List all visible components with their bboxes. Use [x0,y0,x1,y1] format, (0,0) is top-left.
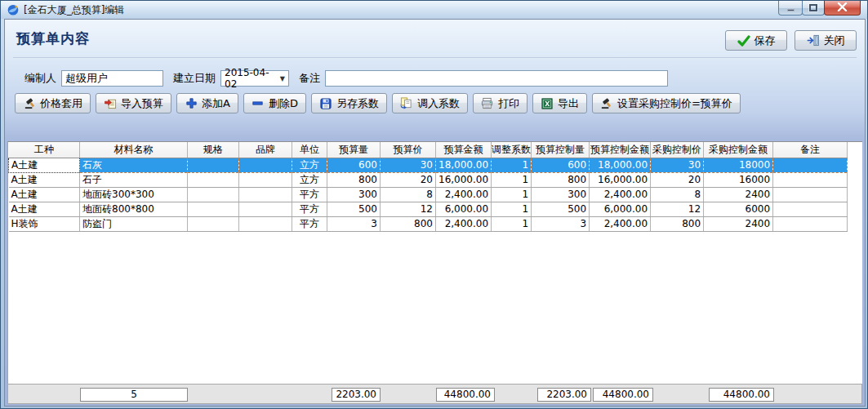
cell[interactable]: 20 [651,172,704,187]
cell[interactable]: H装饰 [9,216,80,231]
save-as-coefficient-button[interactable]: 另存系数 [311,93,387,113]
cell[interactable]: 2400 [704,216,773,231]
cell[interactable] [773,216,848,231]
cell[interactable]: 800 [651,216,704,231]
table-row[interactable]: A土建地面砖800*800平方500126,000.0015006,000.00… [9,202,848,216]
cell[interactable]: 16,000.00 [590,172,651,187]
cell[interactable] [773,202,848,216]
cell[interactable] [188,172,239,187]
cell[interactable]: 300 [532,187,590,202]
chevron-down-icon[interactable]: ▼ [277,75,288,82]
cell[interactable]: 30 [651,158,704,172]
cell[interactable]: 30 [381,158,436,172]
delete-row-button[interactable]: 删除D [243,93,306,113]
cell[interactable]: 石子 [80,172,188,187]
cell[interactable]: 地面砖800*800 [80,202,188,216]
close-page-button[interactable]: 关闭 [795,30,857,51]
column-header-10[interactable]: 预算控制金额 [590,142,651,158]
cell[interactable]: 20 [381,172,436,187]
cell[interactable] [773,172,848,187]
cell[interactable]: 2400 [704,187,773,202]
column-header-8[interactable]: 调整系数 [492,142,532,158]
cell[interactable]: 平方 [292,202,327,216]
cell[interactable]: 800 [532,172,590,187]
cell[interactable]: 600 [327,158,381,172]
minimize-button[interactable] [778,1,803,16]
set-purchase-price-button[interactable]: 设置采购控制价=预算价 [592,93,741,113]
column-header-2[interactable]: 规格 [188,142,239,158]
table-row[interactable]: A土建石灰立方6003018,000.00160018,000.00301800… [9,158,848,172]
cell[interactable]: 500 [532,202,590,216]
creator-input[interactable] [61,70,163,87]
cell[interactable]: 16,000.00 [436,172,492,187]
table-row[interactable]: A土建石子立方8002016,000.00180016,000.00201600… [9,172,848,187]
title-bar[interactable]: [金石大厦_总预算]编辑 [1,1,867,19]
column-header-1[interactable]: 材料名称 [80,142,188,158]
column-header-7[interactable]: 预算金额 [436,142,492,158]
cell[interactable]: 1 [492,172,532,187]
cell[interactable]: 12 [651,202,704,216]
cell[interactable]: 2,400.00 [436,216,492,231]
load-coefficient-button[interactable]: 调入系数 [392,93,468,113]
save-button[interactable]: 保存 [725,30,787,51]
cell[interactable]: 12 [381,202,436,216]
cell[interactable]: 800 [327,172,381,187]
cell[interactable] [188,187,239,202]
cell[interactable] [239,187,292,202]
price-apply-button[interactable]: 价格套用 [15,93,91,113]
cell[interactable]: 3 [532,216,590,231]
cell[interactable]: 2,400.00 [590,187,651,202]
cell[interactable]: 石灰 [80,158,188,172]
cell[interactable] [773,158,848,172]
column-header-11[interactable]: 采购控制价 [651,142,704,158]
cell[interactable]: 平方 [292,187,327,202]
cell[interactable]: 6000 [704,202,773,216]
cell[interactable] [188,216,239,231]
cell[interactable]: 3 [327,216,381,231]
cell[interactable]: 1 [492,158,532,172]
column-header-13[interactable]: 备注 [773,142,848,158]
cell[interactable]: 16000 [704,172,773,187]
table-row[interactable]: H装饰防盗门平方38002,400.00132,400.008002400 [9,216,848,231]
cell[interactable] [188,202,239,216]
column-header-0[interactable]: 工种 [9,142,80,158]
cell[interactable]: A土建 [9,172,80,187]
cell[interactable]: 500 [327,202,381,216]
column-header-9[interactable]: 预算控制量 [532,142,590,158]
cell[interactable] [239,202,292,216]
cell[interactable]: 6,000.00 [590,202,651,216]
cell[interactable]: A土建 [9,202,80,216]
column-header-5[interactable]: 预算量 [327,142,381,158]
close-window-button[interactable] [824,1,861,16]
cell[interactable]: A土建 [9,158,80,172]
cell[interactable]: 立方 [292,172,327,187]
cell[interactable]: 600 [532,158,590,172]
cell[interactable]: 平方 [292,216,327,231]
cell[interactable]: 1 [492,202,532,216]
cell[interactable] [239,216,292,231]
column-header-3[interactable]: 品牌 [239,142,292,158]
cell[interactable]: 地面砖300*300 [80,187,188,202]
cell[interactable]: 8 [381,187,436,202]
cell[interactable]: 800 [381,216,436,231]
cell[interactable] [773,187,848,202]
maximize-button[interactable] [802,1,825,16]
date-combo[interactable]: 2015-04-02 ▼ [220,70,289,87]
column-header-4[interactable]: 单位 [292,142,327,158]
export-button[interactable]: 导出 [532,93,587,113]
print-button[interactable]: 打印 [473,93,527,113]
column-header-6[interactable]: 预算价 [381,142,436,158]
cell[interactable]: 1 [492,216,532,231]
cell[interactable]: 立方 [292,158,327,172]
cell[interactable]: 8 [651,187,704,202]
cell[interactable]: 防盗门 [80,216,188,231]
cell[interactable]: 2,400.00 [436,187,492,202]
cell[interactable]: A土建 [9,187,80,202]
column-header-12[interactable]: 采购控制金额 [704,142,773,158]
cell[interactable] [239,172,292,187]
cell[interactable] [239,158,292,172]
table-row[interactable]: A土建地面砖300*300平方30082,400.0013002,400.008… [9,187,848,202]
cell[interactable]: 300 [327,187,381,202]
add-row-button[interactable]: 添加A [176,93,238,113]
import-budget-button[interactable]: 导入预算 [96,93,171,113]
